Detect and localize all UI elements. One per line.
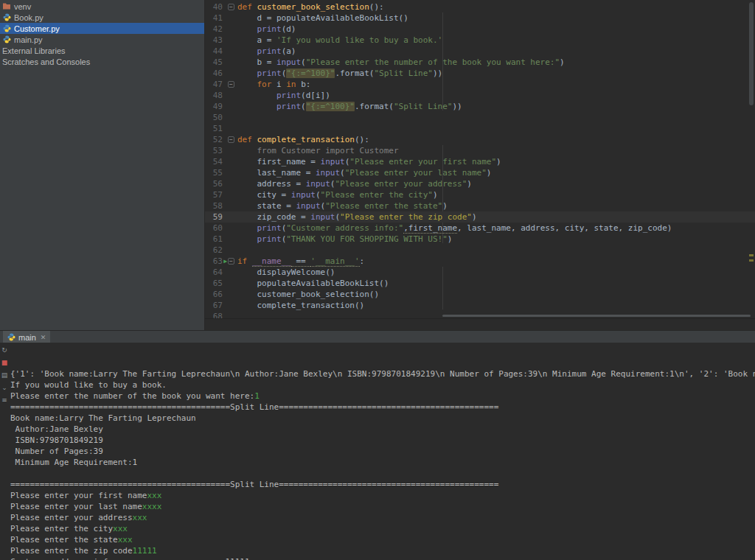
python-file-icon [2,35,11,43]
scroll-down-icon[interactable]: ⌄ [1,384,7,392]
code-line[interactable]: 43 a = 'If you would like to buy a book.… [205,35,755,46]
code-text: print("{:=^100}".format("Split Line")) [234,68,442,79]
gutter-markers [223,300,234,311]
gutter-markers [223,200,234,211]
code-line[interactable]: 52−def complete_transaction(): [205,134,755,145]
code-text: zip_code = input("Please enter the zip c… [234,211,477,223]
line-number: 56 [205,178,223,189]
console-line: ========================================… [10,402,755,413]
line-number: 54 [205,156,223,167]
code-line[interactable]: 48 print(d[i]) [205,90,755,101]
code-line[interactable]: 64 displayWelcome() [205,267,755,278]
folder-icon [2,2,11,10]
tree-item-label: External Libraries [2,46,66,55]
code-line[interactable]: 68 [205,311,755,318]
console-line: Minimum Age Requirement:1 [10,457,755,468]
tree-item-customer-py[interactable]: Customer.py [0,23,204,34]
code-text: from Customer import Customer [234,145,399,156]
gutter-markers [223,156,234,167]
code-text: print(d[i]) [234,90,330,101]
python-icon [7,333,15,341]
gutter-markers [223,311,234,318]
line-number: 46 [205,68,223,79]
run-console[interactable]: {'1': 'Book name:Larry The Farting Lepre… [0,343,755,560]
code-line[interactable]: 47− for i in b: [205,79,755,90]
console-line: Please enter the statexxx [10,534,755,545]
code-line[interactable]: 56 address = input("Please enter your ad… [205,178,755,189]
code-line[interactable]: 57 city = input("Please enter the city") [205,189,755,200]
tree-item-label: Customer.py [14,24,60,33]
tree-item-label: main.py [14,35,43,44]
gutter-markers [223,245,234,256]
gutter-markers: − [223,1,234,13]
ide-window: { "colors": { "selection_blue": "#2d5c9e… [0,0,755,560]
code-text: b = input("Please enter the number of th… [234,57,565,68]
code-line[interactable]: 63▶−if __name__ == '__main__': [205,256,755,267]
fold-icon[interactable]: − [228,136,234,143]
run-arrow-icon[interactable]: ▶ [223,258,227,265]
line-number: 41 [205,13,223,24]
code-line[interactable]: 66 customer_book_selection() [205,289,755,300]
gutter-markers [223,223,234,234]
console-line: ISBN:9798701849219 [10,435,755,446]
line-number: 47 [205,79,223,90]
fold-icon[interactable]: − [228,4,234,10]
console-line: Customer address info: xxx xxxx xxx xxx … [10,556,755,560]
tree-item-venv[interactable]: venv [0,1,204,12]
restore-layout-icon[interactable]: ▤ [1,371,8,379]
gutter-markers [223,234,234,245]
tree-item-book-py[interactable]: Book.py [0,12,204,23]
code-line[interactable]: 40−def customer_book_selection(): [205,1,755,13]
gutter-markers [223,13,234,24]
fold-icon[interactable]: − [228,258,234,265]
code-line[interactable]: 42 print(d) [205,24,755,35]
code-line[interactable]: 44 print(a) [205,46,755,57]
code-line[interactable]: 65 populateAvailableBookList() [205,278,755,289]
code-line[interactable]: 67 complete_transaction() [205,300,755,311]
code-line[interactable]: 45 b = input("Please enter the number of… [205,57,755,68]
code-line[interactable]: 55 last_name = input("Please enter your … [205,167,755,178]
gutter-markers [223,46,234,57]
tab-main[interactable]: main ✕ [3,331,50,343]
fold-icon[interactable]: − [228,81,234,88]
line-number: 44 [205,46,223,57]
code-line[interactable]: 54 first_name = input("Please enter your… [205,156,755,167]
line-number: 42 [205,24,223,35]
code-line[interactable]: 50 [205,112,755,123]
code-text: def complete_transaction(): [234,134,369,145]
code-editor[interactable]: 40−def customer_book_selection():41 d = … [205,0,755,318]
tree-item-main-py[interactable]: main.py [0,34,204,45]
gutter-markers [223,289,234,300]
close-icon[interactable]: ✕ [41,334,46,341]
line-number: 40 [205,1,223,13]
code-line[interactable]: 49 print("{:=^100}".format("Split Line")… [205,101,755,112]
code-line[interactable]: 53 from Customer import Customer [205,145,755,156]
rerun-icon[interactable]: ↻ [1,346,7,354]
line-number: 51 [205,123,223,134]
code-line[interactable]: 41 d = populateAvailableBookList() [205,13,755,24]
run-toolbar: ↻■▤⌄≡ [0,346,9,405]
code-line[interactable]: 51 [205,123,755,134]
console-line: Author:Jane Bexley [10,424,755,435]
code-line[interactable]: 46 print("{:=^100}".format("Split Line")… [205,68,755,79]
code-line[interactable]: 58 state = input("Please enter the state… [205,200,755,211]
code-line[interactable]: 60 print("Customer address info:",first_… [205,223,755,234]
tree-item-label: Book.py [14,13,44,22]
line-number: 65 [205,278,223,289]
code-line[interactable]: 61 print("THANK YOU FOR SHOPPING WITH US… [205,234,755,245]
tree-item-external-libraries[interactable]: External Libraries [0,45,204,56]
tree-item-scratches-and-consoles[interactable]: Scratches and Consoles [0,56,204,67]
console-output: {'1': 'Book name:Larry The Farting Lepre… [10,368,755,560]
line-number: 57 [205,189,223,200]
code-line[interactable]: 59 zip_code = input("Please enter the zi… [205,211,755,223]
line-number: 64 [205,267,223,278]
gutter-markers [223,57,234,68]
line-number: 55 [205,167,223,178]
code-line[interactable]: 62 [205,245,755,256]
breadcrumb[interactable]: complete_transaction() [205,318,755,330]
gutter-markers [223,24,234,35]
line-number: 50 [205,112,223,123]
clear-icon[interactable]: ≡ [1,396,7,405]
stop-icon[interactable]: ■ [1,359,8,367]
console-line: Number of Pages:39 [10,446,755,457]
